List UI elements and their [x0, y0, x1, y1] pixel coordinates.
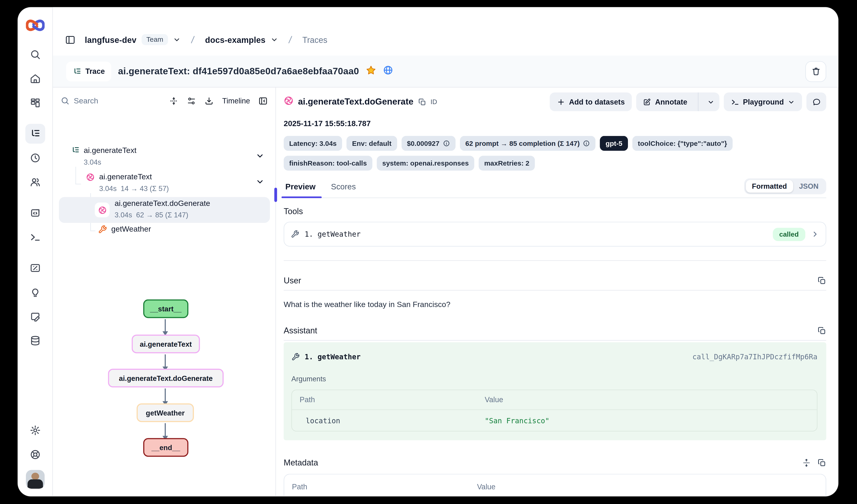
chevron-down-icon[interactable]: [270, 36, 278, 44]
sidebar-item-playground[interactable]: [25, 227, 45, 247]
clipboard-pen-icon: [29, 311, 40, 322]
tab-scores[interactable]: Scores: [329, 182, 357, 197]
chevron-down-icon[interactable]: [256, 177, 264, 188]
delete-trace-button[interactable]: [805, 61, 826, 82]
annotate-dropdown-button[interactable]: [702, 92, 719, 111]
copy-icon[interactable]: [818, 326, 826, 335]
dashboard-grid-icon: [29, 98, 40, 108]
sidebar-item-dashboards[interactable]: [25, 93, 45, 113]
langfuse-logo[interactable]: [26, 17, 45, 34]
arguments-label: Arguments: [291, 375, 818, 383]
home-icon: [29, 73, 40, 84]
trace-type-label: Trace: [85, 67, 105, 75]
tree-item-label[interactable]: ai.generateText: [84, 146, 137, 155]
tool-definition-row[interactable]: 1. getWeather called: [284, 222, 826, 246]
graph-node-start[interactable]: __start__: [143, 299, 188, 318]
sidebar-item-home[interactable]: [25, 69, 45, 88]
sidebar-item-datasets[interactable]: [25, 331, 45, 350]
argument-value: "San Francisco": [485, 416, 550, 425]
trace-type-pill: Trace: [66, 62, 111, 81]
observation-badges-row-1: Latency: 3.04s Env: default $0.000927 62…: [284, 136, 826, 151]
comments-button[interactable]: [807, 92, 826, 111]
value-column-header: Value: [485, 396, 503, 404]
expand-vertical-icon[interactable]: [802, 458, 811, 467]
chevron-down-icon[interactable]: [256, 151, 264, 162]
collapse-all-button[interactable]: [169, 96, 179, 105]
tool-called-badge: called: [773, 227, 805, 241]
chat-bubble-icon: [812, 98, 821, 106]
value-column-header: Value: [477, 483, 495, 491]
sliders-icon: [187, 96, 197, 105]
collapse-panel-button[interactable]: [258, 96, 268, 105]
generation-icon: [284, 96, 293, 108]
graph-node-generate-text[interactable]: ai.generateText: [132, 334, 200, 353]
sidebar-item-settings[interactable]: [25, 420, 45, 440]
annotate-button[interactable]: Annotate: [636, 92, 694, 111]
breadcrumb-project[interactable]: langfuse-dev: [85, 35, 137, 44]
sidebar-item-users[interactable]: [25, 172, 45, 192]
download-button[interactable]: [205, 96, 214, 105]
tool-name: 1. getWeather: [305, 230, 360, 238]
sidebar-item-insights[interactable]: [25, 282, 45, 302]
copy-id-icon[interactable]: [418, 98, 426, 106]
screen: langfuse-dev Team docs-examples Traces T…: [0, 0, 857, 504]
sidebar-toggle-button[interactable]: [65, 34, 75, 45]
format-toggle-json[interactable]: JSON: [793, 180, 825, 193]
timeline-toggle[interactable]: Timeline: [222, 97, 250, 105]
pen-square-icon: [643, 98, 651, 106]
graph-node-get-weather[interactable]: getWeather: [137, 403, 194, 422]
bookmark-star-icon[interactable]: [366, 65, 376, 77]
token-usage-badge[interactable]: 62 prompt → 85 completion (Σ 147): [460, 136, 596, 151]
tree-item-label[interactable]: ai.generateText.doGenerate: [115, 198, 210, 207]
chevron-right-icon[interactable]: [811, 230, 819, 238]
panel-collapse-icon: [258, 96, 268, 105]
tree-settings-button[interactable]: [187, 96, 197, 105]
copy-icon[interactable]: [818, 276, 826, 285]
search-icon: [61, 96, 69, 105]
cost-badge[interactable]: $0.000927: [401, 136, 455, 151]
sidebar-item-search[interactable]: [25, 45, 45, 64]
breadcrumb-separator: [285, 35, 295, 45]
sidebar-item-evaluators[interactable]: [25, 258, 45, 278]
detail-scroll-area[interactable]: Tools 1. getWeather called User: [284, 198, 826, 497]
env-badge: Env: default: [347, 136, 397, 151]
tab-preview[interactable]: Preview: [284, 182, 317, 197]
breadcrumb-page[interactable]: Traces: [302, 35, 327, 44]
assistant-section-heading: Assistant: [284, 326, 317, 335]
sidebar-item-tracing[interactable]: [25, 124, 45, 143]
trace-tree-panel: Search Timeline: [53, 88, 275, 497]
trace-tree-icon: [73, 67, 82, 76]
format-toggle-formatted[interactable]: Formatted: [746, 180, 793, 193]
tree-item-label[interactable]: getWeather: [111, 225, 151, 233]
user-message: What is the weather like today in San Fr…: [284, 300, 826, 309]
panel-resize-handle[interactable]: [274, 188, 277, 202]
arguments-table-row: location "San Francisco": [292, 410, 817, 431]
tree-item-duration: 3.04s: [115, 211, 132, 219]
trace-tree-icon: [29, 128, 40, 139]
arguments-table-header: Path Value: [292, 390, 817, 410]
tree-item-label[interactable]: ai.generateText: [99, 172, 152, 181]
graph-node-do-generate[interactable]: ai.generateText.doGenerate: [108, 369, 223, 387]
user-avatar[interactable]: [26, 470, 45, 489]
model-badge[interactable]: gpt-5: [600, 136, 628, 151]
section-divider: [284, 340, 826, 341]
sidebar-item-sessions[interactable]: [25, 148, 45, 168]
copy-icon[interactable]: [818, 458, 826, 467]
sidebar-item-prompts[interactable]: [25, 203, 45, 223]
trace-header-bar: Trace ai.generateText: df41e597d0a85e0d7…: [53, 55, 838, 87]
add-to-datasets-button[interactable]: Add to datasets: [550, 92, 632, 111]
playground-button[interactable]: Playground: [724, 92, 802, 111]
sidebar-item-support[interactable]: [25, 445, 45, 464]
clock-icon: [29, 153, 40, 163]
sidebar-item-annotation[interactable]: [25, 307, 45, 326]
breadcrumb-environment[interactable]: docs-examples: [205, 35, 266, 44]
assistant-tool-call-panel: 1. getWeather call_DgKARp7a7IhJPDczfifMp…: [284, 342, 826, 440]
metadata-table: Path Value: [284, 474, 826, 496]
chevron-down-icon[interactable]: [173, 36, 181, 44]
search-input[interactable]: Search: [61, 96, 161, 105]
file-code-icon: [29, 208, 40, 219]
graph-node-end[interactable]: __end__: [143, 438, 188, 457]
tree-toolbar: Search Timeline: [53, 88, 275, 114]
database-icon: [29, 335, 40, 346]
public-globe-icon[interactable]: [383, 65, 393, 77]
